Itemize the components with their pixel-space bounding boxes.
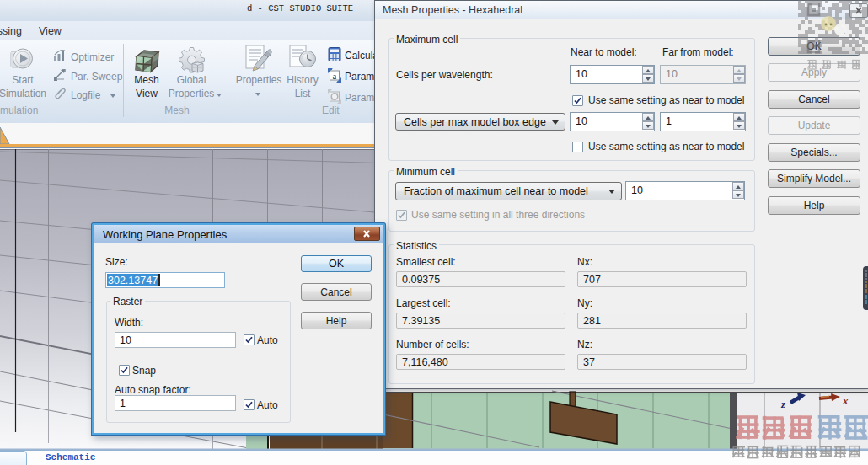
svg-text:x: x	[842, 394, 849, 407]
svg-text:a: a	[333, 72, 337, 81]
svg-text:z: z	[780, 398, 786, 410]
